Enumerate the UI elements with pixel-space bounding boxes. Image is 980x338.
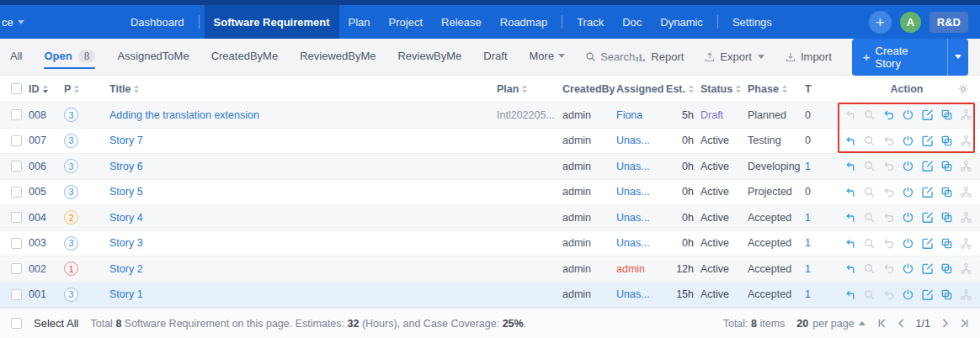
story-title-link[interactable]: Stroy 6 [109,161,143,172]
edit-action-icon[interactable] [920,134,934,147]
nav-item-settings[interactable]: Settings [723,5,781,39]
story-title-link[interactable]: Adding the translation extension [109,109,259,121]
row-checkbox[interactable] [11,135,22,146]
first-page-button[interactable] [877,319,887,328]
copy-action-icon[interactable] [940,108,953,122]
close-action-icon[interactable] [901,185,914,198]
nav-item-software-requirement[interactable]: Software Requirement [205,5,339,39]
nav-item-project[interactable]: Project [380,5,432,39]
change-action-icon[interactable] [843,262,856,276]
close-action-icon[interactable] [901,134,914,147]
next-page-button[interactable] [940,319,950,328]
row-checkbox[interactable] [11,161,22,172]
assigned-to-link[interactable]: Unas... [616,237,650,249]
case-count[interactable]: 1 [805,212,811,224]
column-header-status[interactable]: Status [700,76,748,102]
tab-all[interactable]: All [10,45,22,68]
product-switcher[interactable]: ce [0,5,34,39]
select-all-checkbox[interactable] [11,318,22,329]
tab-assigned-to-me[interactable]: AssignedToMe [117,45,189,68]
sort-icon[interactable] [689,85,694,93]
story-title-link[interactable]: Story 7 [109,135,143,146]
edit-action-icon[interactable] [920,108,934,122]
nav-item-dynamic[interactable]: Dynamic [651,5,712,39]
copy-action-icon[interactable] [940,211,953,224]
row-checkbox[interactable] [11,109,22,120]
change-action-icon[interactable] [843,236,856,250]
select-all-header-checkbox[interactable] [11,83,22,94]
column-settings-button[interactable] [957,83,969,95]
close-action-icon[interactable] [901,288,914,301]
prev-page-button[interactable] [897,319,906,328]
tab-more[interactable]: More [530,45,566,68]
column-header-assigned-to[interactable]: AssignedTo [616,76,663,102]
change-action-icon[interactable] [843,160,856,173]
avatar[interactable]: A [900,12,921,33]
change-action-icon[interactable] [843,185,856,198]
close-action-icon[interactable] [901,211,914,224]
nav-item-release[interactable]: Release [432,5,491,39]
change-action-icon[interactable] [843,134,856,147]
recall-action-icon[interactable] [881,108,895,122]
change-action-icon[interactable] [843,288,856,301]
row-checkbox[interactable] [11,263,22,274]
nav-item-doc[interactable]: Doc [613,5,651,39]
tab-reviewed-by-me[interactable]: ReviewedByMe [300,45,375,68]
assigned-to-link[interactable]: Unas... [616,186,650,198]
edit-action-icon[interactable] [920,185,934,198]
copy-action-icon[interactable] [940,185,953,198]
nav-item-plan[interactable]: Plan [339,5,380,39]
case-count[interactable]: 1 [805,237,811,249]
story-title-link[interactable]: Story 4 [109,212,143,224]
column-header-id[interactable]: ID [29,76,64,102]
assigned-to-link[interactable]: Unas... [616,288,650,300]
story-title-link[interactable]: Story 3 [109,237,143,249]
case-count[interactable]: 1 [805,288,811,300]
copy-action-icon[interactable] [940,134,953,147]
sort-icon[interactable] [736,85,741,93]
per-page-select[interactable]: 20 per page [796,318,865,330]
search-toggle[interactable]: Search [585,50,635,63]
sort-icon[interactable] [74,85,79,93]
edit-action-icon[interactable] [920,211,934,224]
row-checkbox[interactable] [11,238,22,249]
edit-action-icon[interactable] [920,160,934,173]
nav-item-track[interactable]: Track [567,5,613,39]
case-count[interactable]: 1 [805,263,811,275]
sort-icon[interactable] [522,85,527,93]
case-count[interactable]: 1 [805,161,811,172]
last-page-button[interactable] [960,319,969,328]
column-header-plan[interactable]: Plan [497,76,562,102]
close-action-icon[interactable] [901,262,914,276]
close-action-icon[interactable] [901,236,914,250]
column-header-title[interactable]: Title [99,76,497,102]
copy-action-icon[interactable] [940,160,953,173]
import-button[interactable]: Import [785,50,832,63]
edit-action-icon[interactable] [920,262,934,276]
story-title-link[interactable]: Story 5 [109,186,143,198]
edit-action-icon[interactable] [920,236,934,250]
story-title-link[interactable]: Story 2 [109,263,143,275]
sort-icon[interactable] [782,85,787,93]
edit-action-icon[interactable] [920,288,934,301]
column-header-priority[interactable]: P [64,76,99,102]
assigned-to-link[interactable]: Unas... [616,135,650,146]
row-checkbox[interactable] [11,289,22,300]
row-checkbox[interactable] [11,187,22,198]
assigned-to-link[interactable]: Fiona [616,109,642,121]
create-story-button[interactable]: + Create Story [852,39,968,76]
assigned-to-link[interactable]: admin [616,263,645,275]
assigned-to-link[interactable]: Unas... [616,212,650,224]
assigned-to-link[interactable]: Unas... [616,161,650,172]
export-button[interactable]: Export [704,50,764,63]
create-story-dropdown[interactable] [947,39,968,76]
column-header-phase[interactable]: Phase [748,76,805,102]
tab-review-by-me[interactable]: ReviewByMe [397,45,461,68]
row-checkbox[interactable] [11,212,22,223]
report-button[interactable]: Report [635,50,684,63]
sort-icon[interactable] [43,85,48,93]
copy-action-icon[interactable] [940,236,953,250]
tab-draft[interactable]: Draft [483,45,507,68]
column-header-est[interactable]: Est. [663,76,700,102]
quick-create-button[interactable]: + [869,11,892,34]
